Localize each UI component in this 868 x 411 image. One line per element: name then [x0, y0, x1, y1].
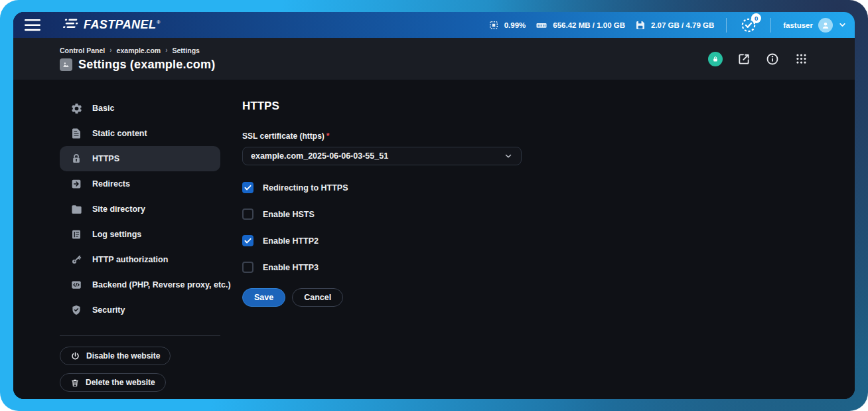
- redirect-arrow-icon: [70, 177, 83, 191]
- checkbox-label: Enable HSTS: [263, 210, 315, 219]
- menu-hamburger-icon[interactable]: [20, 15, 45, 35]
- fastpanel-logo[interactable]: FASTPANEL ®: [62, 18, 160, 33]
- tasks-count-badge: 0: [751, 13, 761, 23]
- sidebar-item-backend[interactable]: Backend (PHP, Reverse proxy, etc.): [60, 272, 220, 297]
- enable-http2-checkbox[interactable]: [242, 235, 253, 246]
- info-button[interactable]: [765, 52, 780, 66]
- breadcrumb-separator: ›: [165, 46, 167, 54]
- fastpanel-logo-icon: [62, 18, 80, 33]
- registered-mark: ®: [157, 20, 160, 25]
- ssl-certificate-label: SSL certificate (https)*: [242, 131, 522, 141]
- checkbox-row-enable-http3[interactable]: Enable HTTP3: [242, 262, 522, 273]
- cpu-usage: 0.99%: [488, 19, 526, 31]
- sidebar-item-log-settings[interactable]: Log settings: [60, 222, 220, 247]
- fastpanel-app: FASTPANEL ® 0.99% 656.42 MB / 1.00 GB 2.…: [13, 12, 855, 399]
- cancel-button[interactable]: Cancel: [292, 288, 343, 307]
- person-icon: [820, 20, 831, 31]
- disk-icon: [634, 19, 646, 31]
- log-list-icon: [70, 228, 83, 241]
- topbar-right: 0.99% 656.42 MB / 1.00 GB 2.07 GB / 4.79…: [488, 15, 847, 35]
- redirect-https-checkbox[interactable]: [242, 182, 253, 193]
- breadcrumb: Control Panel › example.com › Settings: [60, 46, 215, 54]
- chevron-down-icon: [504, 151, 513, 161]
- section-heading: HTTPS: [242, 100, 522, 113]
- checkbox-label: Enable HTTP2: [263, 236, 319, 246]
- delete-website-button[interactable]: Delete the website: [60, 373, 166, 392]
- disk-usage: 2.07 GB / 4.79 GB: [634, 19, 714, 31]
- disk-value: 2.07 GB / 4.79 GB: [651, 21, 714, 29]
- checkbox-row-redirect-https[interactable]: Redirecting to HTTPS: [242, 182, 522, 193]
- header-left: Control Panel › example.com › Settings S…: [60, 46, 215, 72]
- sidebar-item-label: Site directory: [92, 205, 145, 214]
- settings-sidebar: Basic Static content HTTPS Redirects Sit…: [13, 80, 242, 399]
- site-favicon-placeholder-icon: [60, 58, 72, 71]
- code-icon: [70, 278, 83, 291]
- lock-icon: [70, 152, 83, 165]
- sidebar-item-security[interactable]: Security: [60, 297, 220, 323]
- cpu-value: 0.99%: [504, 21, 526, 29]
- topbar: FASTPANEL ® 0.99% 656.42 MB / 1.00 GB 2.…: [13, 12, 855, 38]
- breadcrumb-separator: ›: [109, 46, 111, 54]
- sidebar-item-label: Basic: [92, 104, 114, 113]
- checkbox-label: Redirecting to HTTPS: [263, 183, 348, 193]
- enable-http3-checkbox[interactable]: [242, 262, 253, 273]
- user-menu[interactable]: fastuser: [783, 18, 847, 33]
- check-icon: [244, 183, 252, 192]
- check-icon: [244, 236, 252, 245]
- window-frame: FASTPANEL ® 0.99% 656.42 MB / 1.00 GB 2.…: [0, 0, 868, 411]
- form-actions: Save Cancel: [242, 288, 522, 307]
- checkbox-label: Enable HTTP3: [263, 263, 319, 272]
- breadcrumb-control-panel[interactable]: Control Panel: [60, 46, 105, 54]
- checkbox-row-enable-http2[interactable]: Enable HTTP2: [242, 235, 522, 246]
- sidebar-item-redirects[interactable]: Redirects: [60, 171, 220, 197]
- ram-usage: 656.42 MB / 1.00 GB: [535, 19, 625, 31]
- sidebar-item-label: HTTPS: [92, 154, 119, 163]
- checkbox-row-enable-hsts[interactable]: Enable HSTS: [242, 208, 522, 220]
- header-actions: [708, 52, 808, 66]
- fastpanel-logo-text: FASTPANEL: [84, 18, 156, 32]
- trash-icon: [70, 378, 80, 388]
- https-settings-panel: HTTPS SSL certificate (https)* example.c…: [242, 80, 522, 399]
- external-link-icon: [737, 52, 751, 66]
- open-site-button[interactable]: [737, 52, 751, 66]
- sidebar-item-site-directory[interactable]: Site directory: [60, 197, 220, 222]
- body: Basic Static content HTTPS Redirects Sit…: [13, 80, 855, 399]
- cpu-icon: [488, 19, 500, 31]
- gear-icon: [70, 102, 83, 115]
- grid-dots-icon: [795, 52, 808, 65]
- breadcrumb-site[interactable]: example.com: [117, 46, 161, 54]
- sidebar-divider: [60, 335, 220, 336]
- sidebar-item-label: Redirects: [92, 179, 130, 189]
- folder-icon: [70, 203, 83, 216]
- key-icon: [70, 253, 83, 266]
- document-icon: [70, 127, 83, 140]
- topbar-divider: [770, 18, 771, 33]
- sidebar-item-static-content[interactable]: Static content: [60, 121, 220, 146]
- page-title: Settings (example.com): [78, 58, 215, 72]
- save-button[interactable]: Save: [242, 288, 285, 307]
- ssl-status-button[interactable]: [708, 52, 723, 66]
- chevron-down-icon: [838, 21, 847, 29]
- power-icon: [70, 351, 80, 361]
- sidebar-item-label: Static content: [92, 129, 147, 138]
- shield-check-icon: [70, 303, 83, 317]
- topbar-divider: [726, 18, 727, 33]
- ssl-certificate-value: example.com_2025-06-06-03-55_51: [251, 151, 504, 161]
- sidebar-item-https[interactable]: HTTPS: [60, 146, 220, 171]
- sidebar-item-http-authorization[interactable]: HTTP authorization: [60, 247, 220, 272]
- sidebar-item-basic[interactable]: Basic: [60, 96, 220, 121]
- user-avatar: [818, 18, 833, 33]
- info-icon: [766, 52, 779, 66]
- sidebar-item-label: Security: [92, 305, 125, 315]
- sidebar-item-label: HTTP authorization: [92, 255, 168, 264]
- ram-value: 656.42 MB / 1.00 GB: [553, 21, 625, 29]
- background-tasks-button[interactable]: 0: [739, 15, 759, 35]
- ssl-certificate-select[interactable]: example.com_2025-06-06-03-55_51: [242, 147, 522, 165]
- sidebar-item-label: Log settings: [92, 230, 141, 239]
- required-asterisk: *: [326, 131, 330, 141]
- sidebar-item-label: Backend (PHP, Reverse proxy, etc.): [92, 280, 231, 289]
- enable-hsts-checkbox[interactable]: [242, 208, 253, 220]
- disable-website-button[interactable]: Disable the website: [60, 347, 171, 365]
- breadcrumb-settings: Settings: [173, 46, 200, 54]
- apps-grid-button[interactable]: [794, 52, 808, 66]
